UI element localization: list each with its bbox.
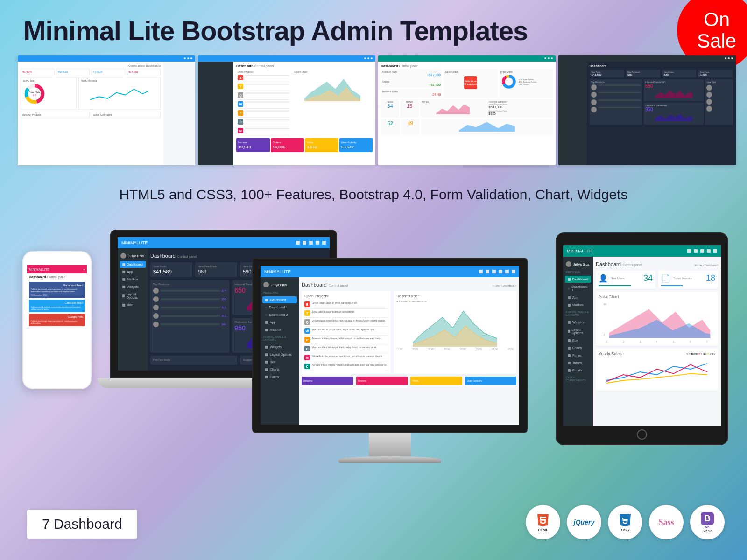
menu-icon[interactable]: ≡ xyxy=(83,268,85,271)
html5-icon xyxy=(536,513,550,528)
sidebar-item[interactable]: Emails xyxy=(565,367,591,374)
project-text: Vivamus nec turpis quis velit, turpis li… xyxy=(312,328,375,334)
device-mockups: MINIMALLITE ≡ Dashboard Control panel Fa… xyxy=(0,224,747,485)
finance-stats-label: Finance Stats xyxy=(153,358,234,361)
html5-badge: HTML xyxy=(526,505,560,539)
avatar[interactable] xyxy=(263,282,269,287)
dashboard-title: Dashboard xyxy=(302,282,327,287)
project-item[interactable]: QUt consequat ante cursus nibh volutpat,… xyxy=(304,318,388,327)
sidebar-item[interactable]: App xyxy=(565,294,591,301)
search-icon[interactable] xyxy=(296,241,300,245)
sidebar-item[interactable]: Widgets xyxy=(565,319,591,326)
sidebar-item[interactable]: Layout Options xyxy=(262,351,297,358)
laptop-sidebar: Juliya Brus Dashboard App Mailbox Widget… xyxy=(118,248,148,371)
donut-chart-icon xyxy=(500,73,517,90)
invoices-value: 18 xyxy=(706,273,715,283)
area-chart-icon xyxy=(422,103,485,114)
sidebar-item[interactable]: Layout Options xyxy=(120,291,146,301)
project-text: Lorem ipsum dolor sit amet, consectetur … xyxy=(312,301,358,307)
user-icon[interactable] xyxy=(707,249,711,253)
sidebar-item[interactable]: App xyxy=(262,319,297,326)
sidebar-item[interactable]: Forms xyxy=(262,373,297,380)
activity-card[interactable]: User Activity xyxy=(465,377,517,385)
mail-icon[interactable] xyxy=(486,270,489,273)
orders-card[interactable]: Orders xyxy=(356,377,408,385)
sidebar-item[interactable]: Mailbox xyxy=(565,301,591,308)
project-badge: W xyxy=(304,328,310,334)
sidebar-item[interactable]: Charts xyxy=(565,344,591,351)
thumbnail-1[interactable]: Control panel Dashboard 46.43% 454,876 4… xyxy=(18,55,195,165)
mail-icon[interactable] xyxy=(303,241,306,245)
home-button[interactable] xyxy=(637,429,647,440)
sidebar-item-dashboard[interactable]: Dashboard xyxy=(120,261,146,268)
search-icon[interactable] xyxy=(479,270,483,273)
svg-text:80: 80 xyxy=(604,303,606,306)
sidebar-item-dashboard[interactable]: Dashboard xyxy=(565,276,591,283)
gear-icon[interactable] xyxy=(322,241,326,245)
user-icon[interactable] xyxy=(505,270,509,273)
avatar[interactable] xyxy=(120,253,126,259)
project-item[interactable]: YJusto odio sit dolor in finibus consect… xyxy=(304,309,388,318)
open-projects-title: Open Projects xyxy=(304,294,388,298)
line-chart xyxy=(599,358,715,386)
bell-icon[interactable] xyxy=(700,249,704,253)
project-badge: M xyxy=(304,355,310,360)
sidebar-item[interactable]: Widgets xyxy=(120,283,146,290)
sidebar-item[interactable]: Box xyxy=(262,358,297,365)
sidebar-item[interactable]: Forms xyxy=(565,352,591,359)
bell-icon[interactable] xyxy=(492,270,496,273)
project-text: Aenean finibus magna rutrum sollicitudin… xyxy=(312,364,387,369)
project-badge: C xyxy=(304,364,310,369)
visits-card[interactable]: Visits xyxy=(410,377,462,385)
sidebar-item[interactable]: Tables xyxy=(565,359,591,366)
thumbnail-3[interactable]: Dashboard Control panel Member Profit +$… xyxy=(378,55,556,165)
jquery-badge: jQuery xyxy=(567,505,601,539)
facebook-card[interactable]: Facebook Feed Publicly benchmark plug im… xyxy=(29,282,85,298)
twitter-card[interactable]: Carousel Feed Enthusiastically embark cr… xyxy=(29,300,85,312)
tech-badges: HTML jQuery CSS Sass B v5 Stable xyxy=(526,505,725,539)
search-icon[interactable] xyxy=(687,249,691,253)
recent-products-label: Recently Products xyxy=(21,112,90,118)
sidebar-item[interactable]: Layout Options xyxy=(565,326,591,336)
project-item[interactable]: PPraesent a libero vivens, nullam rutrum… xyxy=(304,336,388,344)
phone-header: MINIMALLITE ≡ xyxy=(27,265,87,273)
google-card[interactable]: Google Plus Publicly benchmark plug impe… xyxy=(29,314,85,326)
gear-icon[interactable] xyxy=(713,249,717,253)
project-item[interactable]: MNibh effisitur lacus non ex vestibulum,… xyxy=(304,353,388,362)
income-card[interactable]: Income xyxy=(302,377,353,385)
gear-icon[interactable] xyxy=(512,270,515,273)
user-list-label: User List xyxy=(706,81,732,84)
project-item[interactable]: CAenean finibus magna rutrum sollicitudi… xyxy=(304,362,388,371)
sidebar-item[interactable]: ○Dashboard 1 xyxy=(262,304,297,311)
project-badge: Y xyxy=(304,310,310,316)
mail-icon[interactable] xyxy=(694,249,698,253)
flag-icon[interactable] xyxy=(499,270,502,273)
project-item[interactable]: BLorem ipsum dolor sit amet, consectetur… xyxy=(304,300,388,309)
css3-badge: CSS xyxy=(608,505,642,539)
tasks-value: 34 xyxy=(382,103,398,109)
sidebar-item[interactable]: Mailbox xyxy=(262,326,297,333)
yearly-sales-title: Yearly Sales xyxy=(599,351,622,356)
sidebar-item[interactable]: ○Dashboard 1 xyxy=(565,283,591,294)
inbound-value: 650 xyxy=(645,84,703,89)
sidebar-item-dashboard[interactable]: Dashboard xyxy=(262,296,297,303)
dashboard-count-badge: 7 Dashboard xyxy=(27,510,137,539)
project-text: Justo odio sit dolor in finibus consecte… xyxy=(312,310,354,316)
sidebar-item[interactable]: Widgets xyxy=(262,343,297,350)
project-item[interactable]: WVivamus nec turpis quis velit, turpis l… xyxy=(304,327,388,336)
sidebar-item[interactable]: Charts xyxy=(262,366,297,373)
sidebar-item[interactable]: ○Dashboard 2 xyxy=(262,311,297,318)
sidebar-item[interactable]: Mailbox xyxy=(120,276,146,283)
thumbnail-4[interactable]: Dashboard Total Profit$41,589 New Feedba… xyxy=(558,55,736,165)
project-text: Praesent a libero vivens, nullam rutrum … xyxy=(312,337,381,343)
svg-text:0: 0 xyxy=(604,333,605,336)
user-icon[interactable] xyxy=(316,241,319,245)
sidebar-item[interactable]: App xyxy=(120,268,146,275)
thumbnail-2[interactable]: Dashboard Control panel Open Projects B … xyxy=(198,55,375,165)
bell-icon[interactable] xyxy=(309,241,313,245)
sidebar-item[interactable]: Box xyxy=(565,337,591,344)
new-users-value: 34 xyxy=(643,273,653,283)
avatar[interactable] xyxy=(566,261,571,267)
project-item[interactable]: DVivamus ullam felis turpis liberit, vel… xyxy=(304,344,388,353)
sidebar-item[interactable]: Box xyxy=(120,301,146,308)
